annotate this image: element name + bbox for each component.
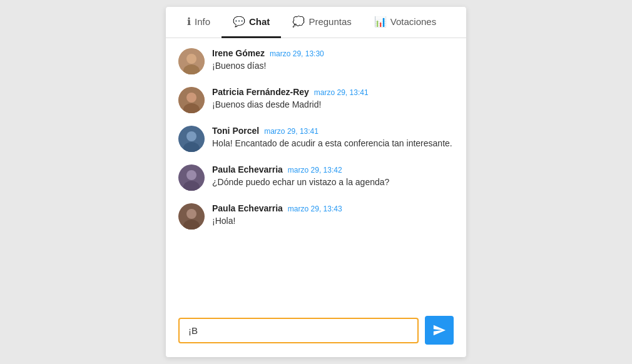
message-content: Toni Porcelmarzo 29, 13:41Hola! Encantad… bbox=[212, 126, 452, 150]
tab-votaciones[interactable]: 📊Votaciones bbox=[363, 7, 447, 38]
chat-tab-icon: 💬 bbox=[233, 16, 245, 28]
votaciones-tab-icon: 📊 bbox=[374, 16, 387, 28]
chat-tab-label: Chat bbox=[249, 16, 270, 27]
message-header: Patricia Fernández-Reymarzo 29, 13:41 bbox=[212, 87, 369, 97]
message-header: Toni Porcelmarzo 29, 13:41 bbox=[212, 126, 452, 136]
message-timestamp: marzo 29, 13:43 bbox=[288, 205, 342, 213]
tab-bar: ℹInfo💬Chat💭Preguntas📊Votaciones bbox=[166, 7, 466, 38]
message-content: Paula Echevarriamarzo 29, 13:42¿Dónde pu… bbox=[212, 164, 389, 189]
message-item: Irene Gómezmarzo 29, 13:30¡Buenos días! bbox=[178, 48, 454, 74]
avatar bbox=[178, 48, 205, 74]
svg-point-3 bbox=[187, 54, 196, 63]
svg-point-19 bbox=[187, 210, 196, 218]
message-timestamp: marzo 29, 13:41 bbox=[264, 127, 319, 136]
tab-info[interactable]: ℹInfo bbox=[176, 7, 222, 38]
avatar bbox=[178, 126, 205, 152]
message-text: ¡Hola! bbox=[212, 215, 342, 228]
preguntas-tab-label: Preguntas bbox=[308, 16, 351, 27]
message-sender-name: Paula Echevarria bbox=[212, 203, 283, 213]
message-sender-name: Patricia Fernández-Rey bbox=[212, 87, 309, 97]
info-tab-icon: ℹ bbox=[187, 16, 191, 28]
avatar bbox=[178, 87, 205, 113]
chat-panel: ℹInfo💬Chat💭Preguntas📊Votaciones Irene Gó… bbox=[166, 7, 466, 357]
message-header: Paula Echevarriamarzo 29, 13:43 bbox=[212, 203, 342, 213]
tab-chat[interactable]: 💬Chat bbox=[222, 7, 281, 38]
send-button[interactable] bbox=[425, 316, 454, 345]
chat-input[interactable] bbox=[178, 318, 419, 343]
message-timestamp: marzo 29, 13:30 bbox=[270, 49, 324, 58]
message-header: Paula Echevarriamarzo 29, 13:42 bbox=[212, 164, 389, 174]
message-sender-name: Irene Gómez bbox=[212, 48, 265, 58]
svg-point-11 bbox=[187, 132, 196, 141]
message-content: Patricia Fernández-Reymarzo 29, 13:41¡Bu… bbox=[212, 87, 369, 111]
svg-point-15 bbox=[187, 171, 196, 179]
input-area bbox=[166, 306, 466, 357]
message-sender-name: Paula Echevarria bbox=[212, 164, 283, 174]
svg-point-7 bbox=[187, 93, 196, 102]
preguntas-tab-icon: 💭 bbox=[292, 16, 305, 28]
message-item: Patricia Fernández-Reymarzo 29, 13:41¡Bu… bbox=[178, 87, 454, 113]
info-tab-label: Info bbox=[195, 16, 210, 27]
message-header: Irene Gómezmarzo 29, 13:30 bbox=[212, 48, 324, 58]
message-content: Irene Gómezmarzo 29, 13:30¡Buenos días! bbox=[212, 48, 324, 73]
avatar bbox=[178, 203, 205, 230]
message-timestamp: marzo 29, 13:41 bbox=[314, 88, 369, 97]
message-timestamp: marzo 29, 13:42 bbox=[288, 166, 342, 174]
message-item: Paula Echevarriamarzo 29, 13:42¿Dónde pu… bbox=[178, 164, 454, 191]
message-text: Hola! Encantado de acudir a esta confere… bbox=[212, 138, 452, 150]
message-item: Toni Porcelmarzo 29, 13:41Hola! Encantad… bbox=[178, 126, 454, 152]
message-text: ¡Buenos días! bbox=[212, 60, 324, 73]
votaciones-tab-label: Votaciones bbox=[390, 16, 436, 27]
message-sender-name: Toni Porcel bbox=[212, 126, 259, 136]
message-text: ¡Buenos dias desde Madrid! bbox=[212, 99, 369, 111]
messages-list: Irene Gómezmarzo 29, 13:30¡Buenos días! … bbox=[166, 38, 466, 306]
message-text: ¿Dónde puedo echar un vistazo a la agend… bbox=[212, 176, 389, 189]
message-content: Paula Echevarriamarzo 29, 13:43¡Hola! bbox=[212, 203, 342, 228]
tab-preguntas[interactable]: 💭Preguntas bbox=[281, 7, 362, 38]
avatar bbox=[178, 164, 205, 191]
message-item: Paula Echevarriamarzo 29, 13:43¡Hola! bbox=[178, 203, 454, 230]
